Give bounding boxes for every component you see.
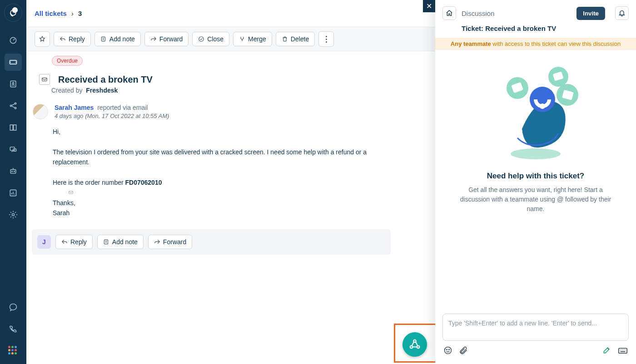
invite-button[interactable]: Invite bbox=[576, 7, 605, 20]
reply-bar: J Reply Add note Forward bbox=[32, 229, 391, 255]
edit-icon[interactable] bbox=[602, 345, 611, 357]
requester-avatar bbox=[33, 104, 48, 119]
notifications-button[interactable] bbox=[615, 6, 629, 20]
svg-point-14 bbox=[12, 214, 15, 216]
svg-point-0 bbox=[10, 10, 16, 15]
keyboard-icon[interactable] bbox=[618, 345, 628, 357]
app-logo[interactable] bbox=[4, 4, 22, 22]
svg-point-12 bbox=[14, 171, 15, 172]
replybar-forward-button[interactable]: Forward bbox=[148, 235, 192, 249]
agent-avatar: J bbox=[37, 235, 51, 249]
requester-name[interactable]: Sarah James bbox=[55, 104, 94, 111]
replybar-reply-button[interactable]: Reply bbox=[55, 235, 93, 249]
overdue-badge: Overdue bbox=[52, 56, 83, 66]
close-button[interactable]: Close bbox=[192, 32, 229, 46]
svg-point-4 bbox=[12, 83, 14, 84]
svg-point-11 bbox=[12, 171, 13, 172]
created-by: Created by Freshdesk bbox=[51, 87, 454, 94]
ticket-title: Received a broken TV bbox=[58, 74, 153, 85]
message-timestamp: 4 days ago (Mon, 17 Oct 2022 at 10:55 AM… bbox=[55, 113, 169, 119]
nav-contacts-icon[interactable] bbox=[5, 75, 22, 93]
nav-social-icon[interactable] bbox=[5, 97, 22, 114]
more-actions-button[interactable] bbox=[318, 31, 334, 47]
drawer-home-button[interactable] bbox=[442, 6, 456, 20]
svg-point-32 bbox=[445, 347, 452, 354]
add-note-button[interactable]: Add note bbox=[94, 32, 141, 46]
drawer-subline: Get all the answers you want, right here… bbox=[454, 185, 617, 214]
svg-point-33 bbox=[447, 349, 447, 350]
svg-point-30 bbox=[540, 103, 545, 109]
nav-analytics-icon[interactable] bbox=[5, 184, 22, 202]
nav-phone-icon[interactable] bbox=[5, 320, 22, 338]
discussion-illustration bbox=[490, 61, 581, 161]
svg-rect-35 bbox=[619, 348, 627, 353]
svg-point-20 bbox=[413, 340, 416, 342]
emoji-icon[interactable] bbox=[443, 346, 452, 356]
close-drawer-button[interactable]: ✕ bbox=[423, 0, 435, 12]
reported-via: reported via email bbox=[95, 104, 148, 111]
svg-point-6 bbox=[15, 103, 16, 104]
merge-button[interactable]: Merge bbox=[233, 32, 272, 46]
svg-rect-17 bbox=[42, 78, 47, 81]
drawer-tab-discussion[interactable]: Discussion bbox=[462, 10, 571, 17]
nav-forums-icon[interactable] bbox=[5, 141, 22, 158]
replybar-add-note-button[interactable]: Add note bbox=[97, 235, 144, 249]
highlight-box bbox=[394, 324, 437, 363]
message-body: Hi, The television I ordered from your s… bbox=[53, 127, 398, 218]
nav-tickets-icon[interactable] bbox=[5, 54, 22, 71]
nav-bots-icon[interactable] bbox=[5, 162, 22, 180]
left-nav bbox=[0, 0, 26, 364]
star-icon[interactable] bbox=[35, 31, 50, 47]
nav-freshchat-icon[interactable] bbox=[5, 299, 22, 316]
ticket-conversation: Overdue Received a broken TV Created by … bbox=[26, 51, 454, 364]
svg-rect-18 bbox=[69, 191, 73, 194]
breadcrumb-all-tickets[interactable]: All tickets bbox=[35, 10, 67, 17]
svg-point-16 bbox=[199, 37, 204, 42]
nav-apps-icon[interactable] bbox=[5, 342, 22, 359]
marketplace-app-button[interactable] bbox=[402, 332, 427, 357]
forward-button[interactable]: Forward bbox=[144, 32, 189, 46]
message-source-icon bbox=[67, 190, 75, 195]
svg-point-34 bbox=[449, 349, 450, 350]
nav-dashboard-icon[interactable] bbox=[5, 32, 22, 49]
svg-point-31 bbox=[511, 148, 561, 159]
chevron-right-icon: › bbox=[71, 10, 74, 17]
svg-point-5 bbox=[10, 105, 11, 106]
drawer-permission-banner: Any teammate with access to this ticket … bbox=[435, 38, 636, 50]
drawer-subject: Ticket: Received a broken TV bbox=[435, 24, 636, 38]
delete-button[interactable]: Delete bbox=[276, 32, 315, 46]
discussion-input[interactable]: Type 'Shift+Enter' to add a new line. 'E… bbox=[442, 314, 629, 341]
drawer-headline: Need help with this ticket? bbox=[487, 172, 584, 181]
reply-button[interactable]: Reply bbox=[54, 32, 91, 46]
attachment-icon[interactable] bbox=[459, 346, 468, 356]
svg-point-7 bbox=[15, 107, 16, 108]
mail-icon bbox=[39, 74, 50, 85]
discussion-drawer: ✕ Discussion Invite Ticket: Received a b… bbox=[435, 0, 636, 364]
breadcrumb-ticket-id: 3 bbox=[78, 10, 82, 17]
nav-admin-icon[interactable] bbox=[5, 206, 22, 223]
nav-solutions-icon[interactable] bbox=[5, 119, 22, 136]
